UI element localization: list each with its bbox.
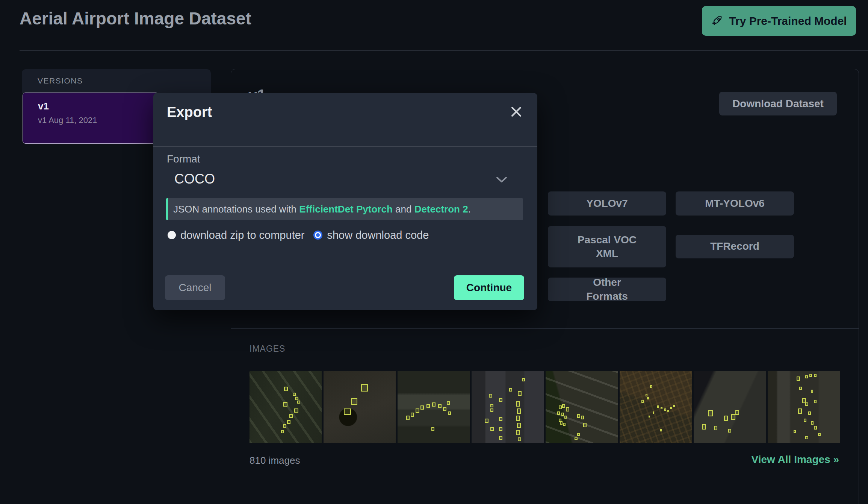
format-button-label: YOLOv7 [586,197,628,210]
annotation-box [522,378,525,381]
format-description: JSON annotations used with EfficientDet … [166,198,523,220]
annotation-box [566,407,569,411]
annotation-box [361,384,368,392]
annotation-box [516,430,520,435]
radio-selected-icon [313,231,322,240]
download-dataset-button[interactable]: Download Dataset [719,92,837,115]
annotation-box [702,424,706,430]
page-title: Aerial Airport Image Dataset [20,8,251,29]
format-button-label: Other Formats [572,276,643,303]
annotation-box [667,410,669,412]
format-selected-value: COCO [174,171,215,187]
annotation-box [447,401,450,405]
radio-label: show download code [327,229,429,241]
chevron-down-icon [496,176,507,185]
annotation-box [581,416,584,419]
image-thumbnail[interactable] [250,371,322,443]
image-thumbnail[interactable] [546,371,618,443]
annotation-box [557,411,560,415]
annotation-box [518,437,521,441]
annotation-box [448,411,451,415]
efficientdet-pytorch-link[interactable]: EfficientDet Pytorch [299,203,393,215]
format-button-pascal-voc-xml[interactable]: Pascal VOC XML [548,226,666,267]
annotation-box [297,401,300,404]
image-thumbnail[interactable] [324,371,396,443]
annotation-box [489,394,492,398]
annotation-box [724,416,728,421]
cancel-button[interactable]: Cancel [165,275,225,300]
continue-button[interactable]: Continue [454,275,524,300]
header-divider [20,50,868,51]
modal-footer-divider [153,265,537,265]
annotation-box [811,421,814,425]
format-button-label: TFRecord [710,240,759,253]
annotation-box [660,429,662,431]
image-count: 810 images [250,455,300,466]
image-thumbnail[interactable] [694,371,766,443]
format-field-label: Format [167,153,200,165]
image-thumbnail[interactable] [472,371,544,443]
annotation-box [670,407,672,409]
annotation-box [804,419,806,422]
annotation-box [811,390,813,393]
radio-label: download zip to computer [180,229,304,241]
annotation-box [657,405,659,408]
annotation-box [797,376,800,381]
annotation-box [714,426,717,430]
annotation-box [653,411,654,414]
images-section-label: IMAGES [250,344,285,354]
annotation-box [559,405,562,409]
try-pretrained-model-button[interactable]: Try Pre-Trained Model [702,6,856,36]
version-date: v1 Aug 11, 2021 [38,115,97,125]
download-dataset-label: Download Dataset [732,98,824,110]
app-window: Aerial Airport Image Dataset Try Pre-Tra… [0,0,868,504]
annotation-box [426,404,430,408]
annotation-box [406,416,410,420]
annotation-box [799,387,802,390]
image-thumbnail[interactable] [398,371,470,443]
annotation-box [818,433,821,436]
annotation-box [344,408,351,415]
annotation-box [564,416,567,419]
annotation-box [284,387,288,391]
annotation-box [650,385,652,388]
annotation-box [516,416,520,421]
annotation-box [577,433,580,436]
radio-show-download-code[interactable]: show download code [313,229,429,241]
annotation-box [577,414,580,418]
annotation-box [294,408,298,413]
image-thumbnail[interactable] [768,371,840,443]
annotation-box [735,410,739,415]
annotation-box [583,423,587,427]
detectron2-link[interactable]: Detectron 2 [414,203,468,215]
annotation-box [287,420,290,424]
format-select[interactable]: COCO [167,167,524,190]
radio-download-zip[interactable]: download zip to computer [168,229,304,241]
export-modal-title: Export [167,104,212,120]
annotation-box [499,398,502,402]
format-button-label: MT-YOLOv6 [705,197,765,210]
format-button-tfrecord[interactable]: TFRecord [676,235,794,258]
annotation-box [708,410,713,416]
download-option-group: download zip to computer show download c… [168,228,429,243]
annotation-box [490,408,493,412]
version-item-v1[interactable]: v1 v1 Aug 11, 2021 [23,93,159,144]
annotation-box [490,427,494,431]
annotation-box [289,414,293,418]
version-name: v1 [38,100,49,112]
annotation-box [562,404,565,408]
annotation-box [728,429,731,433]
close-icon[interactable] [510,105,523,118]
annotation-box [647,397,649,399]
format-button-other-formats[interactable]: Other Formats [548,278,666,301]
annotation-box [673,405,675,407]
description-text: and [393,203,414,215]
view-all-images-link[interactable]: View All Images » [752,454,839,466]
format-button-mt-yolov6[interactable]: MT-YOLOv6 [676,191,794,216]
annotation-box [641,400,644,403]
annotation-box [411,413,414,417]
annotation-box [293,393,296,396]
image-thumbnail[interactable] [620,371,692,443]
annotation-box [814,400,817,403]
format-button-yolov7[interactable]: YOLOv7 [548,191,666,216]
